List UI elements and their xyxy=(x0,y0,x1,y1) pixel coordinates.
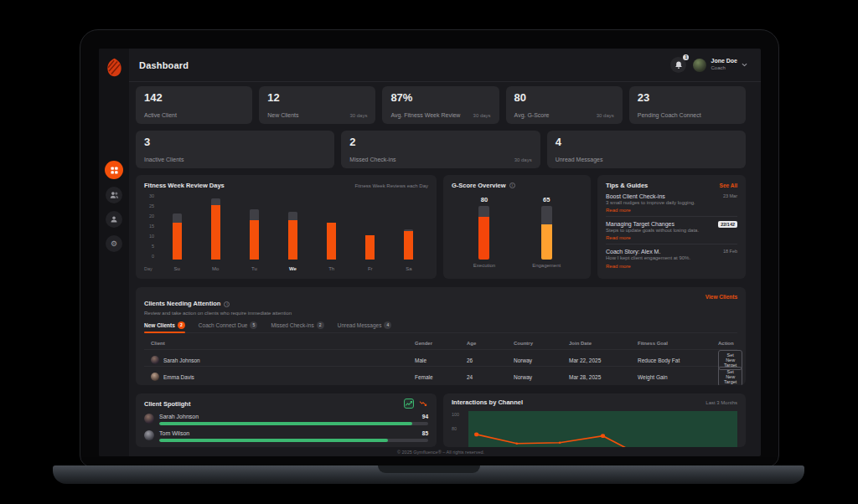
user-menu[interactable]: Jone Doe Coach xyxy=(693,58,747,71)
footer-copyright: © 2025 Gymfluence® – All rights reserved… xyxy=(136,450,746,455)
weekly-y-axis: 3025 2015 105 0 xyxy=(144,194,158,260)
x-axis-title: Day xyxy=(144,266,158,271)
chevron-down-icon xyxy=(742,63,747,67)
spotlight-row: Tom Wilson 85 xyxy=(144,430,428,442)
trend-up-icon xyxy=(405,400,413,407)
stat-card-g-score: 80 Avg. G-Score30 days xyxy=(506,86,623,124)
interactions-chart: 100 80 xyxy=(452,411,737,447)
panel-title: Interactions by Channel xyxy=(452,399,523,406)
stat-value: 80 xyxy=(514,91,614,104)
table-row: Emma Davis Female 24 Norway Mar 28, 2025… xyxy=(144,366,737,383)
tip-item[interactable]: Managing Target Changes Steps to update … xyxy=(606,216,737,244)
read-more-link[interactable]: Read more xyxy=(606,235,699,240)
sidebar-item-coach[interactable] xyxy=(106,211,122,228)
stat-value: 142 xyxy=(144,91,244,104)
sidebar-nav: ⚙ xyxy=(105,161,123,252)
dashboard-grid-icon xyxy=(111,167,118,174)
stat-value: 4 xyxy=(556,136,737,148)
gear-icon: ⚙ xyxy=(111,239,117,248)
set-new-target-button[interactable]: Set New Target xyxy=(718,367,742,385)
tab-unread-messages[interactable]: Unread Messages4 xyxy=(338,321,392,332)
client-spotlight-panel: Client Spotlight xyxy=(136,393,437,447)
bell-icon xyxy=(675,60,683,69)
section-title: Clients Needing Attention xyxy=(144,300,220,307)
clients-table: ClientGender AgeCountry Join DateFitness… xyxy=(144,337,737,383)
stat-card-unread-messages: 4 Unread Messages xyxy=(547,131,746,168)
laptop-notch xyxy=(378,465,480,473)
user-icon xyxy=(110,215,118,224)
interactions-panel: Interactions by Channel Last 3 Months 10… xyxy=(443,393,746,447)
view-clients-link[interactable]: View Clients xyxy=(706,294,737,300)
tab-count-badge: 2 xyxy=(317,321,324,329)
tab-count-badge: 2 xyxy=(178,321,185,329)
fitness-week-review-panel: Fitness Week Review Days Fitness Week Re… xyxy=(136,175,437,279)
stat-value: 2 xyxy=(349,136,531,148)
stat-value: 12 xyxy=(267,91,367,104)
client-tabs: New Clients2 Coach Connect Due5 Missed C… xyxy=(144,321,737,333)
trending-up-toggle[interactable] xyxy=(404,399,414,409)
clients-needing-attention-panel: Clients Needing Attention Review and tak… xyxy=(136,287,746,385)
sidebar: ⚙ xyxy=(99,49,129,456)
spotlight-row: Sarah Johnson 94 xyxy=(144,414,428,425)
stat-label: Avg. G-Score xyxy=(514,112,550,118)
tips-guides-panel: Tips & Guides See All Boost Client Check… xyxy=(597,175,746,279)
stat-value: 87% xyxy=(390,91,490,104)
panel-title: Client Spotlight xyxy=(144,400,190,408)
read-more-link[interactable]: Read more xyxy=(606,208,695,213)
avatar xyxy=(151,373,159,381)
tab-coach-connect-due[interactable]: Coach Connect Due5 xyxy=(199,321,258,332)
stat-label: Active Client xyxy=(144,112,177,118)
trend-down-icon xyxy=(419,400,427,407)
weekly-bars xyxy=(158,194,428,260)
interactions-line xyxy=(468,411,737,447)
stat-value: 23 xyxy=(638,91,737,104)
weekly-x-axis: SuMo TuWe ThFr Sa xyxy=(158,260,428,271)
table-header: ClientGender AgeCountry Join DateFitness… xyxy=(144,337,737,349)
sidebar-item-dashboard[interactable] xyxy=(105,161,123,179)
user-role: Coach xyxy=(711,65,737,72)
avatar xyxy=(151,356,159,364)
tab-missed-checkins[interactable]: Missed Check-ins2 xyxy=(271,321,323,332)
notifications-button[interactable]: 1 xyxy=(670,57,686,73)
tab-count-badge: 4 xyxy=(384,321,391,329)
top-bar: Dashboard 1 Jone Doe xyxy=(129,49,761,82)
sidebar-item-clients[interactable] xyxy=(106,187,122,203)
charts-row: Fitness Week Review Days Fitness Week Re… xyxy=(136,175,746,279)
table-row: Sarah Johnson Male 26 Norway Mar 22, 202… xyxy=(144,349,737,366)
notification-badge: 1 xyxy=(683,54,689,60)
panel-title: Tips & Guides xyxy=(606,182,648,189)
user-name: Jone Doe xyxy=(711,58,737,65)
users-icon xyxy=(110,191,119,199)
tip-item[interactable]: Boost Client Check-ins 3 small nudges to… xyxy=(606,189,737,216)
stat-card-active-clients: 142 Active Client xyxy=(136,86,252,124)
stat-card-fitness-week-review: 87% Avg. Fitness Week Review30 days xyxy=(382,86,499,124)
brand-logo-icon xyxy=(106,58,122,77)
stat-card-pending-coach-connect: 23 Pending Coach Connect xyxy=(629,86,746,124)
counter-badge: 22/142 xyxy=(718,221,737,228)
stat-card-inactive-clients: 3 Inactive Clients xyxy=(136,131,334,168)
bottom-row: Client Spotlight xyxy=(136,393,746,447)
panel-title: Fitness Week Review Days xyxy=(144,182,225,189)
stat-label: Avg. Fitness Week Review xyxy=(390,112,460,118)
trending-down-toggle[interactable] xyxy=(418,399,428,409)
stat-value: 3 xyxy=(144,136,326,148)
period-label: Last 3 Months xyxy=(706,400,737,405)
see-all-link[interactable]: See All xyxy=(720,183,737,188)
avatar xyxy=(144,414,154,424)
read-more-link[interactable]: Read more xyxy=(606,264,690,269)
section-subtitle: Review and take action on clients who re… xyxy=(144,311,292,316)
tip-item[interactable]: Coach Story: Alex M. How I kept client e… xyxy=(606,244,737,271)
laptop-base xyxy=(53,465,804,484)
stat-label: Unread Messages xyxy=(556,157,603,162)
stat-card-missed-checkins: 2 Missed Check-ins30 days xyxy=(341,131,540,168)
g-score-bar-engagement: 65 Engagement xyxy=(532,196,561,268)
info-icon[interactable] xyxy=(224,301,230,307)
info-icon[interactable] xyxy=(509,183,515,188)
sidebar-item-settings[interactable]: ⚙ xyxy=(106,235,122,252)
tab-new-clients[interactable]: New Clients2 xyxy=(144,321,185,332)
laptop-bezel: ⚙ Dashboard 1 xyxy=(80,29,779,467)
stats-row-1: 142 Active Client 12 New Clients30 days … xyxy=(136,86,746,124)
stat-label: Missed Check-ins xyxy=(349,157,395,162)
panel-title: G-Score Overview xyxy=(452,182,506,189)
stat-label: New Clients xyxy=(267,112,298,118)
